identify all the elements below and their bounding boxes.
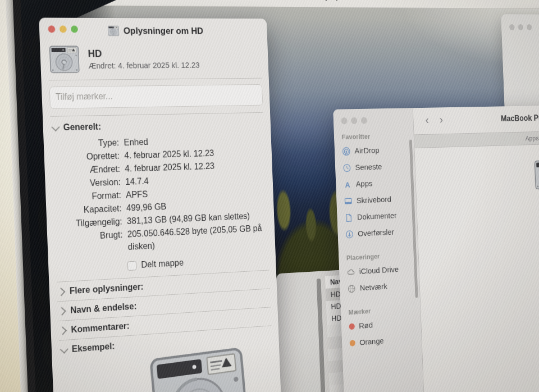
sidebar-label: iCloud Drive	[359, 265, 399, 276]
finder-content: HD Netværk	[414, 142, 539, 392]
sidebar-label: Seneste	[355, 162, 382, 172]
document-icon	[345, 213, 353, 222]
chevron-down-icon	[60, 345, 68, 353]
finder-main: ‹ › MacBook Pro tilhørende Apps HD	[413, 104, 539, 392]
back-button[interactable]: ‹	[420, 115, 435, 126]
chevron-down-icon	[51, 122, 60, 131]
finder-window-title: MacBook Pro tilhørende	[501, 113, 539, 124]
zoom-icon[interactable]	[361, 117, 367, 124]
window-title: Oplysninger om HD	[124, 25, 204, 35]
sidebar-label: Orange	[359, 336, 384, 347]
minimize-icon[interactable]	[518, 24, 523, 30]
section-label: Kommentarer:	[71, 321, 130, 335]
macbook-screen: Arkiv Rediger Oversigt Gå Vindue Hjælp	[4, 0, 539, 392]
info-label: Oprettet:	[55, 149, 120, 164]
menu-vindue[interactable]: Vindue	[281, 0, 306, 1]
close-icon[interactable]	[48, 25, 55, 33]
forward-button[interactable]: ›	[434, 115, 449, 126]
background-window[interactable]	[501, 14, 539, 118]
minimize-icon[interactable]	[60, 25, 67, 33]
sidebar-label: Netværk	[360, 282, 388, 293]
apps-icon: A	[344, 180, 352, 189]
orange-tag-icon	[350, 340, 356, 347]
close-icon[interactable]	[509, 24, 515, 30]
sidebar-label: AirDrop	[354, 145, 380, 156]
hard-drive-icon	[534, 159, 539, 190]
shared-folder-checkbox[interactable]	[127, 261, 137, 270]
airdrop-icon	[342, 147, 350, 156]
cloud-icon	[347, 267, 355, 277]
sidebar-label: Skrivebord	[357, 194, 391, 205]
info-label: Type:	[54, 136, 120, 151]
info-label: Ændret:	[56, 162, 121, 177]
sidebar-label: Overførsler	[358, 227, 394, 239]
macos-desktop: Arkiv Rediger Oversigt Gå Vindue Hjælp	[19, 0, 539, 392]
checkbox-label: Delt mappe	[141, 258, 184, 270]
clock-icon	[342, 163, 351, 172]
hard-drive-preview-icon	[148, 346, 250, 392]
file-header: HD Ændret: 4. februar 2025 kl. 12.23	[48, 43, 262, 80]
photo-of-macbook-screen: Arkiv Rediger Oversigt Gå Vindue Hjælp	[0, 0, 539, 392]
finder-window: Favoritter AirDrop	[333, 104, 539, 392]
desktop-icon	[344, 197, 353, 206]
sidebar-item-airdrop[interactable]: AirDrop	[334, 141, 414, 159]
file-name: HD	[88, 48, 199, 60]
chevron-right-icon	[58, 307, 66, 315]
section-label: Generelt:	[63, 122, 101, 133]
chevron-right-icon	[57, 288, 65, 296]
sidebar-label: Dokumenter	[357, 211, 397, 222]
download-icon	[345, 230, 354, 239]
zoom-icon[interactable]	[527, 24, 532, 30]
zoom-icon[interactable]	[71, 26, 78, 33]
get-info-window: Oplysninger om HD HD Ændret: 4. februar …	[39, 17, 282, 392]
chevron-right-icon	[58, 326, 67, 335]
info-titlebar: Oplysninger om HD	[47, 18, 261, 44]
finder-toolbar: ‹ › MacBook Pro tilhørende	[413, 104, 539, 134]
tags-input[interactable]: Tilføj mærker...	[49, 84, 263, 109]
section-label: Eksempel:	[72, 341, 115, 354]
hard-drive-icon	[49, 45, 80, 74]
modified-date: Ændret: 4. februar 2025 kl. 12.23	[88, 61, 200, 70]
info-label: Format:	[57, 189, 122, 204]
shared-folder-row: Delt mappe	[127, 253, 269, 271]
red-tag-icon	[349, 323, 355, 330]
info-value: 205.050.646.528 byte (205,05 GB på diske…	[127, 222, 264, 253]
scrollbar[interactable]	[317, 279, 326, 392]
info-label: Brugt:	[58, 228, 123, 257]
minimize-icon[interactable]	[351, 117, 357, 124]
sidebar-header-favorites: Favoritter	[341, 131, 414, 141]
sidebar-item-overforsler[interactable]: Overførsler	[337, 222, 418, 243]
sidebar-label: Rød	[359, 320, 373, 330]
section-label: Navn & endelse:	[70, 302, 137, 316]
menu-oversigt[interactable]: Oversigt	[214, 0, 245, 1]
hard-drive-icon	[108, 25, 120, 36]
close-icon[interactable]	[341, 117, 347, 124]
menu-hjaelp[interactable]: Hjælp	[320, 0, 340, 1]
network-globe-icon	[348, 284, 356, 294]
menu-ga[interactable]: Gå	[257, 0, 267, 1]
finder-item-hd[interactable]: HD	[524, 159, 539, 204]
info-label: Version:	[56, 176, 121, 190]
general-info-table: Type: Enhed Oprettet: 4. februar 2025 kl…	[51, 133, 268, 257]
section-label: Flere oplysninger:	[70, 282, 144, 296]
sidebar-label: Apps	[355, 179, 372, 189]
